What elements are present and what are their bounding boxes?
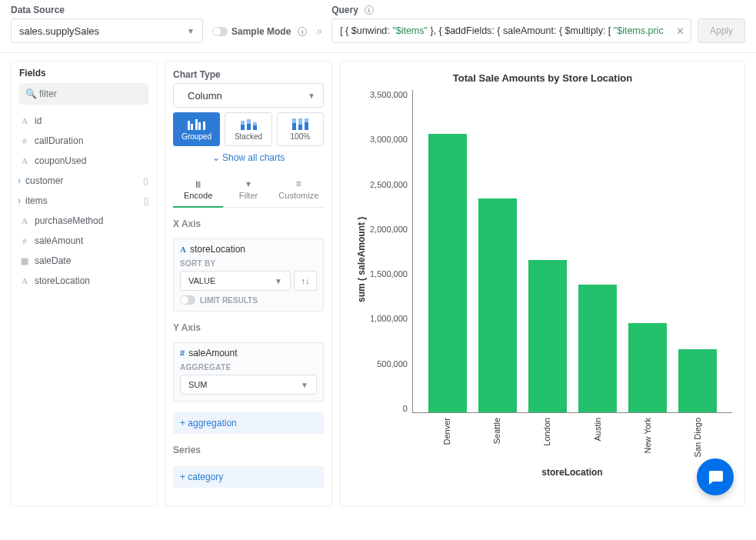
sample-mode-group: Sample Mode i xyxy=(212,26,307,43)
chevron-down-icon: ⌄ xyxy=(212,152,220,163)
show-all-charts-link[interactable]: ⌄ Show all charts xyxy=(173,152,324,163)
y-tick: 1,000,000 xyxy=(370,314,408,323)
add-category-button[interactable]: + category xyxy=(173,466,324,488)
y-tick: 3,000,000 xyxy=(370,135,408,144)
chart-bar[interactable] xyxy=(628,323,667,412)
field-item[interactable]: ›items[] xyxy=(19,191,148,211)
field-item[interactable]: #callDuration xyxy=(19,131,148,151)
funnel-icon: ▾ xyxy=(246,178,251,189)
chart-bar[interactable] xyxy=(678,349,717,412)
y-axis-field-chip[interactable]: # saleAmount xyxy=(180,348,317,358)
search-icon: 🔍 xyxy=(25,88,37,99)
fields-title: Fields xyxy=(19,68,148,78)
svg-rect-10 xyxy=(241,121,245,125)
svg-rect-20 xyxy=(305,118,308,122)
100pct-icon xyxy=(289,118,311,130)
tab-filter[interactable]: ▾Filter xyxy=(223,174,273,207)
sort-desc-icon: ↑↓ xyxy=(301,276,310,285)
info-icon[interactable]: i xyxy=(365,5,374,15)
caret-down-icon: ▼ xyxy=(301,381,308,389)
fields-panel: Fields 🔍 Aid#callDurationAcouponUsed›cus… xyxy=(11,61,157,507)
field-label: purchaseMethod xyxy=(35,215,103,226)
config-tabs: ⫼Encode ▾Filter ≡Customize xyxy=(173,174,324,208)
x-tick: London xyxy=(528,418,566,459)
pipeline-arrow-icon: » xyxy=(316,25,322,43)
field-label: callDuration xyxy=(35,135,83,146)
field-item[interactable]: ▦saleDate xyxy=(19,251,148,271)
number-type-icon: # xyxy=(19,236,30,245)
x-tick: Denver xyxy=(428,418,466,459)
svg-rect-4 xyxy=(188,121,190,130)
apply-button[interactable]: Apply xyxy=(698,18,745,43)
caret-down-icon: ▼ xyxy=(275,277,282,285)
clear-query-icon[interactable]: ✕ xyxy=(676,25,684,37)
x-axis-dropzone[interactable]: A storeLocation SORT BY VALUE ▼ ↑↓ LIMIT… xyxy=(173,238,324,312)
sample-mode-toggle[interactable] xyxy=(212,27,228,36)
add-aggregation-button[interactable]: + aggregation xyxy=(173,412,324,434)
tab-customize[interactable]: ≡Customize xyxy=(274,174,324,207)
x-axis-field-chip[interactable]: A storeLocation xyxy=(180,244,317,255)
info-icon[interactable]: i xyxy=(298,27,307,36)
chart-bar[interactable] xyxy=(578,285,617,412)
tab-encode[interactable]: ⫼Encode xyxy=(173,174,223,208)
field-item[interactable]: ApurchaseMethod xyxy=(19,211,148,231)
caret-down-icon: ▼ xyxy=(308,92,315,100)
field-label: saleAmount xyxy=(35,235,83,246)
data-source-group: Data Source sales.supplySales ▼ xyxy=(11,5,203,43)
svg-rect-16 xyxy=(292,118,296,123)
svg-rect-7 xyxy=(198,122,201,130)
svg-rect-14 xyxy=(253,122,257,125)
object-suffix: [] xyxy=(144,196,148,205)
field-label: id xyxy=(35,115,42,126)
field-item[interactable]: AstoreLocation xyxy=(19,271,148,291)
x-axis-label: storeLocation xyxy=(412,467,732,478)
grouped-icon xyxy=(186,118,208,130)
y-tick: 1,500,000 xyxy=(370,269,408,278)
y-tick: 2,000,000 xyxy=(370,225,408,234)
chat-help-button[interactable] xyxy=(697,458,734,495)
text-type-icon: A xyxy=(19,116,30,125)
y-tick: 2,500,000 xyxy=(370,180,408,189)
chart-bar[interactable] xyxy=(478,198,517,412)
chart-type-value: Column xyxy=(188,90,222,102)
object-suffix: {} xyxy=(143,176,148,185)
x-tick: New York xyxy=(628,418,667,459)
field-label: customer xyxy=(25,175,63,186)
y-axis-label: sum ( saleAmount ) xyxy=(353,90,370,428)
sort-direction-button[interactable]: ↑↓ xyxy=(294,271,317,291)
data-source-value: sales.supplySales xyxy=(19,25,99,37)
series-title: Series xyxy=(173,445,324,455)
fields-filter-input[interactable] xyxy=(19,83,148,105)
sort-by-select[interactable]: VALUE ▼ xyxy=(180,271,291,291)
config-panel: Chart Type Column ▼ Grouped Stacked xyxy=(165,61,332,507)
chart-title: Total Sale Amounts by Store Location xyxy=(353,72,732,84)
x-axis-ticks: DenverSeattleLondonAustinNew YorkSan Die… xyxy=(412,418,732,459)
query-input[interactable]: [ { $unwind: "$items" }, { $addFields: {… xyxy=(331,18,691,43)
sort-by-label: SORT BY xyxy=(180,259,317,268)
y-axis-dropzone[interactable]: # saleAmount AGGREGATE SUM ▼ xyxy=(173,342,324,402)
subtype-grouped[interactable]: Grouped xyxy=(173,112,220,146)
main-layout: Fields 🔍 Aid#callDurationAcouponUsed›cus… xyxy=(0,53,756,515)
field-item[interactable]: #saleAmount xyxy=(19,231,148,251)
bars-icon: ⫼ xyxy=(194,178,203,189)
query-label: Query xyxy=(331,5,358,15)
chart-bar[interactable] xyxy=(428,134,467,412)
data-source-select[interactable]: sales.supplySales ▼ xyxy=(11,18,203,43)
aggregate-select[interactable]: SUM ▼ xyxy=(180,375,317,395)
data-source-label: Data Source xyxy=(11,5,203,15)
sample-mode-label: Sample Mode xyxy=(231,26,291,37)
x-tick: Seattle xyxy=(478,418,516,459)
number-type-icon: # xyxy=(180,348,185,358)
y-tick: 500,000 xyxy=(370,359,408,368)
svg-rect-18 xyxy=(298,118,302,125)
limit-results-toggle[interactable] xyxy=(180,295,195,305)
chart-bar[interactable] xyxy=(528,260,567,412)
subtype-100pct[interactable]: 100% xyxy=(277,112,324,146)
chart-type-select[interactable]: Column ▼ xyxy=(173,83,324,108)
chart-panel: Total Sale Amounts by Store Location sum… xyxy=(340,61,745,507)
subtype-stacked[interactable]: Stacked xyxy=(225,112,271,146)
field-item[interactable]: ›customer{} xyxy=(19,171,148,191)
x-tick: San Diego xyxy=(678,418,717,459)
field-item[interactable]: AcouponUsed xyxy=(19,151,148,171)
field-item[interactable]: Aid xyxy=(19,111,148,131)
